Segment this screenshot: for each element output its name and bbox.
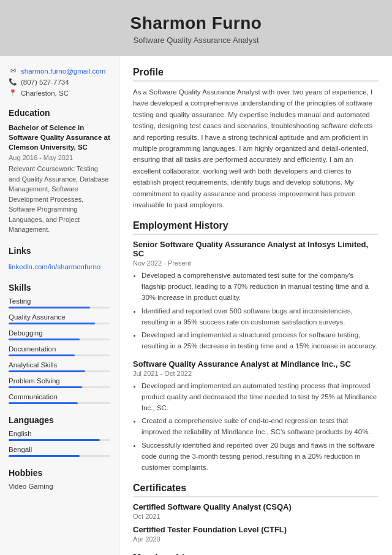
skill-item: Analytical Skills	[9, 361, 110, 372]
skills-title: Skills	[9, 283, 110, 293]
skill-bar	[9, 323, 110, 324]
skill-bar-fill	[9, 323, 95, 324]
skill-bar	[9, 370, 110, 372]
jobs-list: Senior Software Quality Assurance Analys…	[133, 240, 379, 473]
bullet-item: Developed a comprehensive automated test…	[141, 270, 379, 303]
skill-bar-fill	[9, 339, 80, 340]
skills-list: Testing Quality Assurance Debugging Docu…	[9, 297, 110, 404]
location-text: Charleston, SC	[21, 90, 69, 97]
resume: Sharmon Furno Software Quality Assurance…	[0, 0, 392, 555]
bullet-item: Identified and reported over 500 softwar…	[141, 306, 379, 328]
cert-date: Apr 2020	[133, 535, 379, 543]
skill-label: Communication	[9, 393, 110, 400]
job-bullets: Developed and implemented an automated t…	[133, 381, 379, 473]
candidate-title: Software Quality Assurance Analyst	[12, 36, 380, 45]
certificates-title: Certificates	[133, 483, 379, 497]
profile-section: Profile As a Software Quality Assurance …	[133, 67, 379, 210]
contact-section: ✉ sharmon.furno@gmail.com 📞 (807) 527-77…	[9, 67, 110, 97]
skill-bar	[9, 354, 110, 356]
phone-icon: 📞	[9, 78, 17, 86]
skill-item: Documentation	[9, 345, 110, 356]
job-dates: Jul 2021 - Oct 2022	[133, 370, 379, 377]
memberships-title: Memberships	[133, 553, 379, 555]
language-bar	[9, 439, 110, 441]
skill-bar	[9, 339, 110, 340]
certs-list: Certified Software Quality Analyst (CSQA…	[133, 502, 379, 543]
skill-item: Problem Solving	[9, 377, 110, 388]
links-title: Links	[9, 246, 110, 256]
language-bar-fill	[9, 439, 100, 441]
linkedin-item: linkedin.com/in/sharmonfurno	[9, 261, 110, 272]
skill-bar-fill	[9, 370, 85, 372]
candidate-name: Sharmon Furno	[12, 13, 380, 33]
hobbies-title: Hobbies	[9, 468, 110, 478]
education-section: Education Bachelor of Science in Softwar…	[9, 108, 110, 235]
cert-title: Certified Software Quality Analyst (CSQA…	[133, 502, 379, 511]
location-item: 📍 Charleston, SC	[9, 89, 110, 97]
job-dates: Nov 2022 - Present	[133, 259, 379, 267]
cert-date: Oct 2021	[133, 513, 379, 520]
hobbies-text: Video Gaming	[9, 483, 110, 490]
cert-entry: Certified Software Quality Analyst (CSQA…	[133, 502, 379, 520]
language-label: English	[9, 430, 110, 437]
education-title: Education	[9, 108, 110, 118]
skill-item: Testing	[9, 297, 110, 308]
phone-item: 📞 (807) 527-7734	[9, 78, 110, 86]
skill-item: Communication	[9, 393, 110, 404]
job-title: Software Quality Assurance Analyst at Mi…	[133, 359, 379, 369]
skill-label: Testing	[9, 297, 110, 305]
language-item: Bengali	[9, 446, 110, 457]
skill-bar-fill	[9, 354, 75, 356]
email-item: ✉ sharmon.furno@gmail.com	[9, 67, 110, 75]
skill-bar	[9, 307, 110, 308]
skill-label: Analytical Skills	[9, 361, 110, 369]
bullet-item: Created a comprehensive suite of end-to-…	[141, 416, 379, 438]
skill-label: Quality Assurance	[9, 313, 110, 321]
links-section: Links linkedin.com/in/sharmonfurno	[9, 246, 110, 272]
education-coursework: Relevant Coursework: Testing and Quality…	[9, 164, 110, 235]
phone-text: (807) 527-7734	[21, 78, 69, 86]
skill-bar-fill	[9, 307, 90, 308]
body: ✉ sharmon.furno@gmail.com 📞 (807) 527-77…	[0, 56, 392, 555]
profile-title: Profile	[133, 67, 379, 82]
linkedin-link[interactable]: linkedin.com/in/sharmonfurno	[9, 263, 100, 270]
sidebar: ✉ sharmon.furno@gmail.com 📞 (807) 527-77…	[0, 56, 119, 555]
email-link[interactable]: sharmon.furno@gmail.com	[21, 67, 105, 75]
profile-text: As a Software Quality Assurance Analyst …	[133, 86, 379, 210]
header-section: Sharmon Furno Software Quality Assurance…	[0, 0, 392, 56]
language-label: Bengali	[9, 446, 110, 453]
job-bullets: Developed a comprehensive automated test…	[133, 270, 379, 352]
education-degree: Bachelor of Science in Software Quality …	[9, 123, 110, 152]
languages-list: English Bengali	[9, 430, 110, 457]
skill-bar-fill	[9, 402, 78, 404]
job-entry: Software Quality Assurance Analyst at Mi…	[133, 359, 379, 473]
skill-bar-fill	[9, 386, 82, 388]
memberships-section: Memberships International Software Testi…	[133, 553, 379, 555]
bullet-item: Developed and implemented an automated t…	[141, 381, 379, 413]
employment-title: Employment History	[133, 220, 379, 235]
location-icon: 📍	[9, 89, 17, 97]
skill-bar	[9, 402, 110, 404]
main-content: Profile As a Software Quality Assurance …	[119, 56, 392, 555]
job-entry: Senior Software Quality Assurance Analys…	[133, 240, 379, 352]
language-bar	[9, 455, 110, 457]
education-dates: Aug 2016 - May 2021	[9, 154, 110, 161]
language-bar-fill	[9, 455, 80, 457]
cert-entry: Certified Tester Foundation Level (CTFL)…	[133, 525, 379, 543]
languages-title: Languages	[9, 415, 110, 425]
bullet-item: Successfully identified and reported ove…	[141, 440, 379, 473]
skill-label: Documentation	[9, 345, 110, 353]
cert-title: Certified Tester Foundation Level (CTFL)	[133, 525, 379, 534]
languages-section: Languages English Bengali	[9, 415, 110, 457]
skill-bar	[9, 386, 110, 388]
certificates-section: Certificates Certified Software Quality …	[133, 483, 379, 543]
email-icon: ✉	[9, 67, 17, 75]
skills-section: Skills Testing Quality Assurance Debuggi…	[9, 283, 110, 404]
hobbies-section: Hobbies Video Gaming	[9, 468, 110, 490]
bullet-item: Developed and implemented a structured p…	[141, 330, 379, 352]
employment-section: Employment History Senior Software Quali…	[133, 220, 379, 473]
skill-label: Debugging	[9, 329, 110, 337]
skill-item: Quality Assurance	[9, 313, 110, 324]
job-title: Senior Software Quality Assurance Analys…	[133, 240, 379, 258]
skill-label: Problem Solving	[9, 377, 110, 385]
